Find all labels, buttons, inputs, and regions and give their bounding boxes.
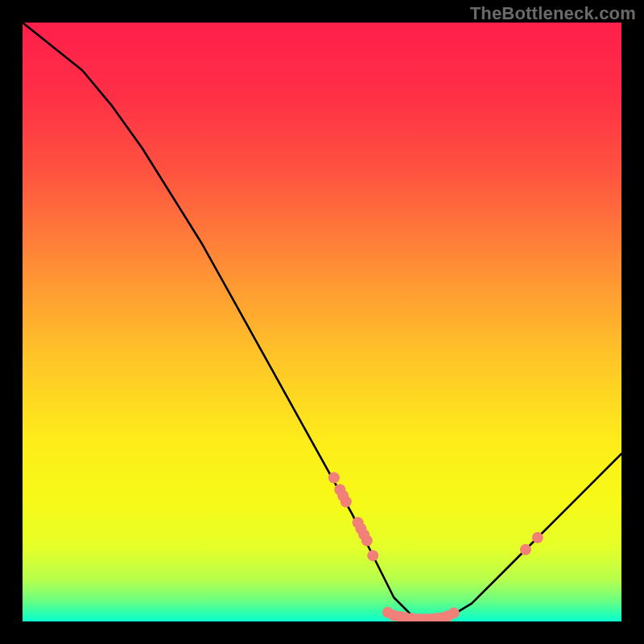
data-marker (328, 472, 340, 483)
bottleneck-curve (23, 23, 621, 621)
data-marker (448, 608, 460, 619)
marker-group (328, 472, 543, 621)
data-marker (367, 550, 378, 561)
data-marker (520, 544, 531, 555)
data-marker (341, 496, 352, 507)
curve-layer (23, 23, 621, 621)
plot-area (23, 23, 621, 621)
chart-container: TheBottleneck.com (0, 0, 644, 644)
data-marker (361, 535, 373, 547)
watermark-text: TheBottleneck.com (470, 3, 636, 24)
data-marker (532, 532, 543, 543)
